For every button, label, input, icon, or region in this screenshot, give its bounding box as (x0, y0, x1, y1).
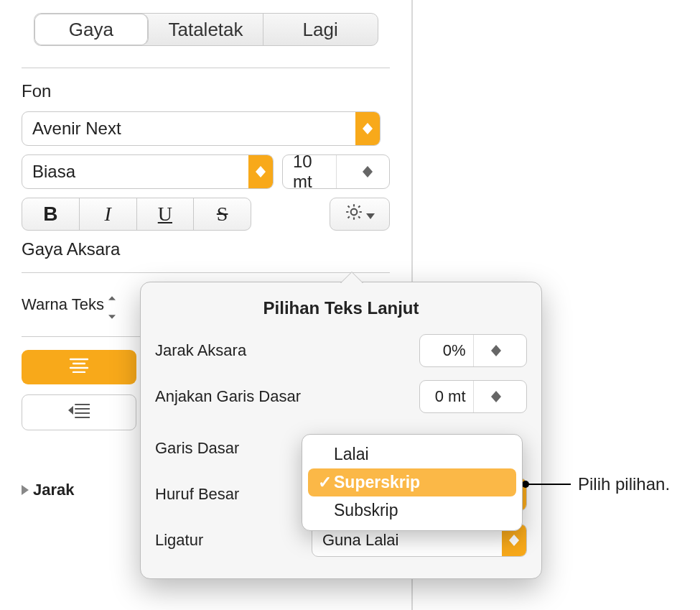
character-style-label: Gaya Aksara (22, 239, 390, 259)
popup-arrows-icon (355, 112, 380, 145)
svg-marker-20 (491, 345, 501, 351)
svg-marker-22 (491, 391, 501, 397)
chevron-right-icon (22, 481, 29, 499)
callout-line (528, 484, 571, 485)
callout-text: Pilih pilihan. (578, 474, 670, 494)
character-spacing-label: Jarak Aksara (155, 341, 419, 360)
advanced-text-popover: Pilihan Teks Lanjut Jarak Aksara 0% Anja… (140, 282, 542, 579)
italic-button[interactable]: I (80, 198, 137, 230)
font-family-value: Avenir Next (32, 119, 355, 139)
svg-marker-5 (363, 172, 373, 177)
bold-button[interactable]: B (22, 198, 80, 230)
baseline-shift-label: Anjakan Garis Dasar (155, 387, 419, 406)
dropdown-item-superscript[interactable]: ✓ Superskrip (308, 468, 516, 496)
stepper-icon (336, 155, 390, 188)
align-center-icon (69, 357, 89, 377)
font-size-value: 10 mt (283, 152, 336, 192)
strikethrough-button[interactable]: S (194, 198, 251, 230)
alignment-button[interactable] (22, 350, 136, 384)
text-color-label: Warna Teks (22, 295, 104, 314)
font-size-stepper[interactable]: 10 mt (282, 154, 390, 189)
advanced-options-button[interactable] (330, 198, 390, 231)
svg-marker-26 (509, 535, 519, 540)
svg-marker-4 (363, 166, 373, 172)
baseline-dropdown-menu: Lalai ✓ Superskrip Subskrip (302, 434, 523, 531)
baseline-shift-value: 0 mt (420, 387, 473, 406)
baseline-shift-stepper[interactable]: 0 mt (419, 380, 527, 413)
text-style-segmented: B I U S (22, 198, 251, 231)
ligature-label: Ligatur (155, 531, 312, 550)
spacing-label: Jarak (33, 481, 75, 499)
svg-marker-9 (108, 315, 116, 319)
indent-icon (68, 402, 90, 422)
indent-button[interactable] (22, 394, 136, 430)
svg-marker-23 (491, 397, 501, 402)
stepper-icon (473, 381, 527, 412)
svg-marker-7 (366, 213, 375, 219)
ligature-value: Guna Lalai (322, 531, 502, 550)
font-family-popup[interactable]: Avenir Next (22, 111, 381, 146)
gear-icon (345, 203, 363, 226)
stepper-icon (473, 335, 527, 366)
caps-label: Huruf Besar (155, 485, 312, 504)
dropdown-item-label: Subskrip (334, 501, 398, 520)
svg-marker-27 (509, 540, 519, 546)
svg-marker-19 (22, 485, 29, 495)
baseline-label: Garis Dasar (155, 439, 312, 458)
svg-marker-1 (363, 129, 373, 134)
format-tabs: Gaya Tataletak Lagi (34, 13, 378, 46)
tab-more[interactable]: Lagi (263, 14, 378, 45)
svg-marker-21 (491, 351, 501, 356)
svg-marker-18 (68, 406, 73, 415)
tab-layout[interactable]: Tataletak (149, 14, 263, 45)
chevron-updown-icon (108, 286, 116, 323)
svg-marker-8 (108, 296, 116, 300)
chevron-down-icon (366, 205, 375, 223)
dropdown-item-default[interactable]: Lalai (308, 440, 516, 468)
svg-marker-3 (256, 172, 266, 177)
svg-marker-2 (256, 166, 266, 172)
tab-style[interactable]: Gaya (34, 14, 149, 45)
underline-button[interactable]: U (137, 198, 195, 230)
svg-point-6 (351, 209, 358, 216)
check-icon: ✓ (315, 473, 334, 492)
font-weight-value: Biasa (32, 162, 248, 182)
dropdown-item-subscript[interactable]: Subskrip (308, 496, 516, 524)
popover-title: Pilihan Teks Lanjut (155, 298, 527, 318)
character-spacing-value: 0% (420, 341, 473, 360)
dropdown-item-label: Lalai (334, 445, 369, 464)
font-section-label: Fon (22, 81, 390, 101)
svg-marker-0 (363, 123, 373, 129)
dropdown-item-label: Superskrip (334, 473, 420, 492)
popup-arrows-icon (248, 155, 273, 188)
font-weight-popup[interactable]: Biasa (22, 154, 274, 189)
character-spacing-stepper[interactable]: 0% (419, 334, 527, 367)
